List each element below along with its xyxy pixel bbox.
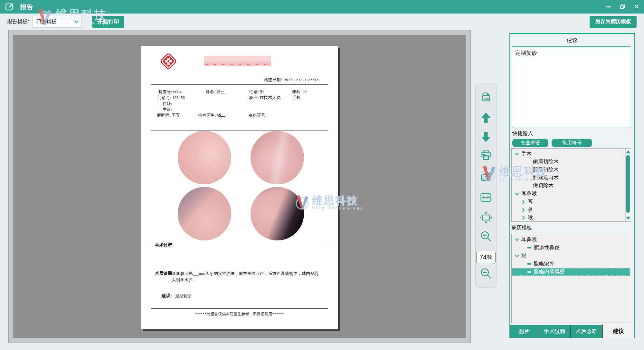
exam-image-3 <box>178 187 231 240</box>
patient-info-cell: 身份证号: <box>249 112 267 118</box>
panel-header: 建议 <box>510 36 634 44</box>
tree-item-label: 肥厚性鼻炎 <box>534 244 560 251</box>
tab-2[interactable]: 手术过程 <box>539 325 571 338</box>
tree-item-row[interactable]: 肥厚性鼻炎 <box>512 244 630 252</box>
divider <box>151 131 328 131</box>
suggestion-label: 建议: <box>162 293 172 299</box>
patient-info-cell: 检查号: 0004 <box>158 89 182 95</box>
professional-terms-button[interactable]: 专业术语 <box>512 139 548 147</box>
tree-item-row[interactable]: 胆囊切除术 <box>512 166 624 174</box>
tree-item-label: 胆囊造口术 <box>533 174 559 181</box>
suggestion-value: 定期复诊 <box>175 294 191 299</box>
exam-image-4 <box>251 187 304 240</box>
tree-item-row[interactable]: 胆囊造口术 <box>512 174 624 182</box>
template-label: 报告模板: <box>7 14 29 30</box>
zoom-level-display[interactable]: 74% <box>476 251 496 264</box>
minimize-button[interactable] <box>605 4 611 10</box>
tree-item-row[interactable]: 耳 <box>512 198 624 206</box>
tree-item-row[interactable]: 喉 <box>512 214 624 222</box>
record-template-tree: 耳鼻喉肥厚性鼻炎眼眼眶浓肿眼眶内脑膜瘤 <box>511 234 631 323</box>
tree-item-row[interactable]: 耳鼻喉 <box>512 236 630 244</box>
hospital-name-redacted <box>204 56 271 66</box>
divider <box>151 308 328 309</box>
start-print-button[interactable]: 开始打印 <box>92 16 124 28</box>
pdf-export-icon[interactable]: PDF <box>480 172 492 184</box>
suggestion-textarea[interactable]: 定期复诊 <box>512 46 631 128</box>
patient-info-cell: 主诉: <box>163 107 172 112</box>
tree-item-label: 阑尾切除术 <box>533 159 559 165</box>
tree-item-selected[interactable]: 眼眶内脑膜瘤 <box>512 268 630 276</box>
exam-image-1 <box>178 131 231 184</box>
tab-3[interactable]: 术后诊断 <box>571 325 602 338</box>
pacs-export-icon[interactable]: PACS <box>480 92 492 104</box>
patient-info-cell: 检查医生: 钱二 <box>198 112 225 118</box>
report-page: 检查日期: 2022-12-05 15:27:09 检查号: 0004姓名: 张… <box>141 46 338 329</box>
divider <box>151 241 328 241</box>
svg-text:PACS: PACS <box>482 97 490 101</box>
report-footer: ******此报告仅供本院医生参考，不做证明用****** <box>141 311 338 317</box>
report-template-dropdown[interactable]: 四图模板 <box>32 16 81 28</box>
tree-item-row[interactable]: 耳鼻喉 <box>512 190 624 198</box>
patient-info-cell: 麻醉师: 王五 <box>157 112 180 118</box>
page-up-icon[interactable] <box>481 112 491 125</box>
tree-item-row[interactable]: 眼 <box>512 252 630 260</box>
viewer-toolbar: 74% PACSPDF <box>475 83 497 288</box>
document-viewport[interactable]: 检查日期: 2022-12-05 15:27:09 检查号: 0004姓名: 张… <box>13 35 466 338</box>
patient-info-cell: 性别: 男 <box>249 89 264 95</box>
suggestion-panel: 建议 定期复诊 快捷输入 专业术语 常用符号 手术阑尾切除术胆囊切除术胆囊造口术… <box>509 33 635 338</box>
window-controls: ✕ <box>605 0 639 14</box>
tab-1[interactable]: 图片 <box>509 325 539 338</box>
scrollbar-thumb[interactable] <box>626 155 630 213</box>
tree-item-label: 胆囊切除术 <box>533 167 559 173</box>
patient-info-cell: 职业: IT技术人员 <box>249 95 280 101</box>
common-symbols-button[interactable]: 常用符号 <box>552 139 592 147</box>
main-toolbar: 报告模板: 四图模板 开始打印 另存为病历模板 <box>0 14 644 30</box>
quick-input-label: 快捷输入 <box>512 130 533 137</box>
tree-item-row[interactable]: 眼眶浓肿 <box>512 260 630 268</box>
tree-item-row[interactable]: 手术 <box>512 150 624 158</box>
zoom-out-icon[interactable] <box>480 267 492 281</box>
tree-item-label: 眼眶内脑膜瘤 <box>534 268 565 275</box>
preview-frame: 检查日期: 2022-12-05 15:27:09 检查号: 0004姓名: 张… <box>8 30 471 343</box>
close-button[interactable]: ✕ <box>634 4 639 10</box>
diagnosis-label: 术后诊断: <box>155 270 174 276</box>
tree-item-label: 耳鼻喉 <box>521 236 537 243</box>
tree-item-label: 鼻 <box>528 207 533 213</box>
diagnosis-text: 眼眶肌可见___mm大小的实性肿块，前方呈强回声，后方声衰减明显，球内视乳头明显… <box>172 270 318 283</box>
maximize-button[interactable] <box>620 4 625 10</box>
report-template-value: 四图模板 <box>36 18 57 25</box>
tree-item-row[interactable]: 阑尾切除术 <box>512 158 624 166</box>
scroll-down-icon[interactable] <box>626 217 630 220</box>
procedure-label: 手术过程: <box>155 242 174 248</box>
tab-active-4[interactable]: 建议 <box>602 324 634 338</box>
tree-item-label: 眼眶浓肿 <box>534 260 554 267</box>
print-icon[interactable] <box>480 150 492 163</box>
tree-item-label: 眼 <box>521 252 526 259</box>
patient-info-cell: 年龄: 22 <box>292 89 307 95</box>
zoom-in-icon[interactable] <box>480 230 492 244</box>
patient-info-cell: 手机: <box>292 95 302 101</box>
tree-item-label: 手术 <box>521 151 532 157</box>
svg-text:PDF: PDF <box>482 177 488 180</box>
tree-item-label: 耳 <box>528 199 533 205</box>
tree-item-label: 喉 <box>528 214 533 221</box>
patient-info-cell: 门诊号: 123456 <box>157 95 185 101</box>
fit-width-icon[interactable] <box>480 192 492 204</box>
exam-date: 检查日期: 2022-12-05 15:27:09 <box>264 77 319 83</box>
tree-item-row[interactable]: 鼻 <box>512 206 624 214</box>
fit-page-icon[interactable] <box>479 212 493 225</box>
scroll-up-icon[interactable] <box>626 150 630 153</box>
tree-item-row[interactable]: 痔切除术 <box>512 182 624 190</box>
divider <box>151 84 328 85</box>
patient-info-cell: 住址: <box>163 101 172 107</box>
page-down-icon[interactable] <box>481 131 491 144</box>
chevron-down-icon <box>74 20 79 24</box>
save-as-template-button[interactable]: 另存为病历模板 <box>590 16 637 28</box>
exam-image-2 <box>251 131 304 184</box>
tree-item-label: 痔切除术 <box>533 182 554 189</box>
record-template-label: 病历模板 <box>511 225 532 231</box>
tree-item-label: 耳鼻喉 <box>521 190 537 197</box>
patient-info-cell: 姓名: 张三 <box>206 89 225 95</box>
edit-report-icon[interactable] <box>5 2 14 11</box>
tree-scrollbar[interactable] <box>625 149 630 221</box>
